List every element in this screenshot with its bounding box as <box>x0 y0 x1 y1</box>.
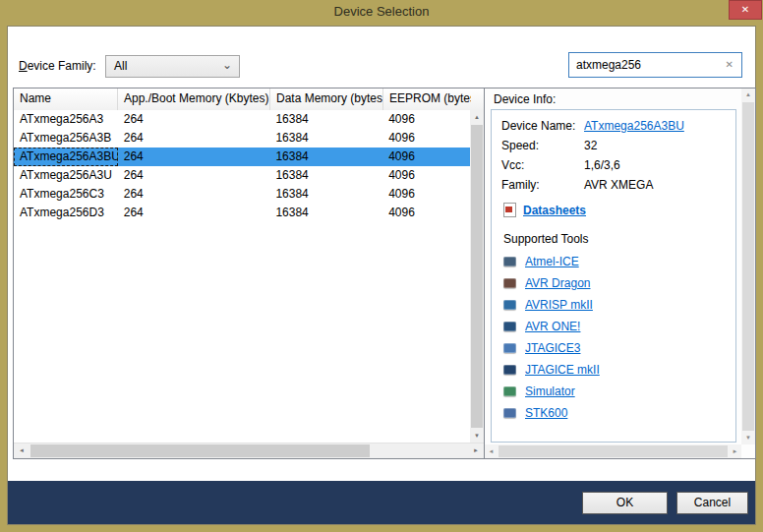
jtagice-mkii-icon <box>503 365 516 375</box>
tool-item: Simulator <box>503 384 726 398</box>
tool-item: AVR ONE! <box>503 320 726 333</box>
column-header[interactable]: Data Memory (bytes) <box>270 89 383 110</box>
table-row[interactable]: ATxmega256A3BU264163844096 <box>14 148 470 166</box>
scroll-down-icon[interactable]: ▼ <box>741 432 755 444</box>
vertical-scroll-thumb[interactable] <box>742 102 754 431</box>
table-cell: 4096 <box>382 129 470 148</box>
table-cell: 264 <box>118 129 270 148</box>
panel-horizontal-scrollbar[interactable]: ◄ ► <box>485 444 741 458</box>
horizontal-scroll-thumb[interactable] <box>499 445 728 457</box>
device-info-box: Device Name:ATxmega256A3BUSpeed:32Vcc:1,… <box>491 109 736 443</box>
scroll-left-icon[interactable]: ◄ <box>485 444 498 458</box>
table-cell: ATxmega256A3 <box>14 110 118 129</box>
table-cell: 264 <box>118 204 270 222</box>
clear-search-icon[interactable]: ✕ <box>726 59 734 71</box>
scroll-up-icon[interactable]: ▲ <box>741 89 755 101</box>
table-row[interactable]: ATxmega256A3264163844096 <box>14 110 470 129</box>
dialog-client-area: Device Family: All ⌄ ✕ NameApp./Boot Mem… <box>7 26 756 525</box>
scroll-right-icon[interactable]: ► <box>468 443 484 458</box>
supported-tools-label: Supported Tools <box>503 232 726 246</box>
table-cell: 4096 <box>382 204 470 222</box>
footer-bar: OK Cancel <box>8 481 755 524</box>
device-info-field: Vcc:1,6/3,6 <box>501 158 726 172</box>
pdf-icon <box>503 203 516 217</box>
tool-link[interactable]: Atmel-ICE <box>525 255 579 268</box>
tool-link[interactable]: STK600 <box>525 406 567 420</box>
table-row[interactable]: ATxmega256A3U264163844096 <box>14 166 470 185</box>
table-cell: 16384 <box>269 204 382 222</box>
device-info-field: Device Name:ATxmega256A3BU <box>501 119 726 133</box>
table-cell: ATxmega256A3U <box>14 166 118 185</box>
device-fields: Device Name:ATxmega256A3BUSpeed:32Vcc:1,… <box>501 119 726 192</box>
device-family-value: All <box>114 56 127 77</box>
tool-link[interactable]: JTAGICE3 <box>525 341 580 355</box>
field-value: 32 <box>584 139 597 152</box>
device-name-link[interactable]: ATxmega256A3BU <box>584 119 684 133</box>
chevron-down-icon: ⌄ <box>222 55 232 76</box>
table-horizontal-scrollbar[interactable]: ◄ ► <box>14 443 484 458</box>
field-label: Family: <box>501 178 584 192</box>
device-info-panel: Device Info: Device Name:ATxmega256A3BUS… <box>485 89 755 458</box>
table-cell: 16384 <box>269 185 382 204</box>
field-label: Vcc: <box>501 158 584 172</box>
tool-item: AVR Dragon <box>503 276 726 290</box>
table-cell: ATxmega256A3BU <box>14 148 118 166</box>
titlebar[interactable]: Device Selection ✕ <box>0 0 763 26</box>
supported-tools-list: Atmel-ICEAVR DragonAVRISP mkIIAVR ONE!JT… <box>501 255 726 420</box>
table-cell: 4096 <box>382 166 470 185</box>
table-row[interactable]: ATxmega256A3B264163844096 <box>14 129 470 148</box>
simulator-icon <box>503 386 516 396</box>
scroll-right-icon[interactable]: ► <box>729 444 741 458</box>
device-selection-dialog: Device Selection ✕ Device Family: All ⌄ … <box>0 0 763 532</box>
scroll-up-icon[interactable]: ▲ <box>470 110 484 124</box>
scroll-left-icon[interactable]: ◄ <box>14 443 29 458</box>
close-button[interactable]: ✕ <box>729 0 762 20</box>
table-cell: 16384 <box>269 110 382 129</box>
tool-link[interactable]: Simulator <box>525 384 575 398</box>
ok-button[interactable]: OK <box>582 492 668 514</box>
table-row[interactable]: ATxmega256C3264163844096 <box>14 185 470 204</box>
search-box: ✕ <box>568 52 742 78</box>
tool-link[interactable]: AVRISP mkII <box>525 298 593 312</box>
tool-link[interactable]: AVR ONE! <box>525 320 580 333</box>
avrisp-mkii-icon <box>503 300 516 310</box>
panel-vertical-scrollbar[interactable]: ▲ ▼ <box>741 89 755 444</box>
column-header[interactable]: EEPROM (bytes) <box>383 89 471 110</box>
column-header[interactable]: Name <box>14 89 118 110</box>
device-table-body: ATxmega256A3264163844096ATxmega256A3B264… <box>14 110 470 443</box>
device-info-field: Family:AVR XMEGA <box>501 178 726 192</box>
datasheets-row: Datasheets <box>503 203 726 217</box>
tool-item: Atmel-ICE <box>503 255 726 268</box>
scroll-down-icon[interactable]: ▼ <box>470 429 484 443</box>
search-input[interactable] <box>576 56 714 74</box>
dialog-content: Device Family: All ⌄ ✕ NameApp./Boot Mem… <box>8 27 755 481</box>
horizontal-scroll-thumb[interactable] <box>30 444 370 457</box>
avr-one-icon <box>503 322 516 331</box>
table-cell: 4096 <box>382 185 470 204</box>
tool-item: STK600 <box>503 406 726 420</box>
table-cell: 16384 <box>269 129 382 148</box>
atmel-ice-icon <box>503 257 516 266</box>
middle-region: NameApp./Boot Memory (Kbytes)Data Memory… <box>13 88 756 459</box>
close-icon: ✕ <box>741 4 749 15</box>
table-row[interactable]: ATxmega256D3264163844096 <box>14 204 470 222</box>
table-cell: 4096 <box>382 148 470 166</box>
tool-link[interactable]: JTAGICE mkII <box>525 363 600 377</box>
tool-link[interactable]: AVR Dragon <box>525 276 590 290</box>
table-cell: 16384 <box>269 166 382 185</box>
datasheets-link[interactable]: Datasheets <box>523 204 586 217</box>
stk600-icon <box>503 408 516 418</box>
field-label: Speed: <box>501 139 584 152</box>
device-family-dropdown[interactable]: All ⌄ <box>105 55 240 78</box>
vertical-scroll-thumb[interactable] <box>471 125 483 428</box>
cancel-button[interactable]: Cancel <box>676 492 748 514</box>
jtagice3-icon <box>503 343 516 353</box>
table-cell: 264 <box>118 185 270 204</box>
field-value: AVR XMEGA <box>584 178 653 192</box>
table-vertical-scrollbar[interactable]: ▲ ▼ <box>470 110 484 443</box>
table-cell: 264 <box>118 148 270 166</box>
window-title: Device Selection <box>334 0 430 24</box>
column-header[interactable]: App./Boot Memory (Kbytes) <box>118 89 270 110</box>
table-cell: 264 <box>118 166 270 185</box>
device-info-header: Device Info: <box>494 92 556 106</box>
